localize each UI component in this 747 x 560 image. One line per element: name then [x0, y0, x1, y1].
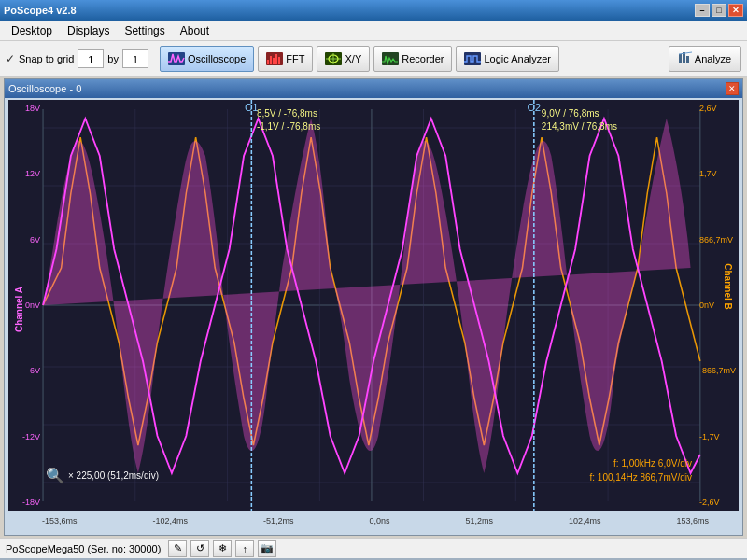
- waveform-svg: C1 C2: [8, 100, 739, 511]
- svg-rect-3: [270, 56, 272, 64]
- refresh-icon-btn[interactable]: ↺: [190, 540, 209, 557]
- x-label-7: 153,6ms: [676, 516, 709, 525]
- x-label-3: -51,2ms: [263, 516, 294, 525]
- y-left-6v: 6V: [8, 235, 40, 245]
- y-right-26v: 2,6V: [699, 104, 739, 113]
- channel-b-label: Channel B: [723, 263, 733, 309]
- oscilloscope-label: Oscilloscope: [188, 53, 246, 64]
- cursor-c2-line2: 214,3mV / 76,8ms: [542, 120, 617, 133]
- window-controls: – □ ✕: [695, 4, 743, 17]
- freq-line1: f: 1,00kHz 6,0V/div: [589, 456, 692, 470]
- status-bar: PoScopeMega50 (Ser. no: 30000) ✎ ↺ ❄ ↑ 📷: [0, 538, 747, 558]
- close-button[interactable]: ✕: [728, 4, 743, 17]
- oscilloscope-icon: [168, 50, 185, 67]
- spinner-val2[interactable]: 1: [122, 49, 148, 68]
- y-right-n866mv: -866,7mV: [699, 366, 739, 375]
- x-label-2: -102,4ms: [153, 516, 189, 525]
- xy-icon: [325, 50, 342, 67]
- analyze-icon: [679, 51, 692, 66]
- analyze-label: Analyze: [695, 53, 731, 64]
- zoom-glass-icon[interactable]: 🔍: [46, 467, 64, 484]
- plot-area[interactable]: C1 C2 18V 12V 6V 0nV -6V -12V -18V 2,6V …: [8, 100, 739, 511]
- x-label-5: 51,2ms: [465, 516, 493, 525]
- y-left-n12v: -12V: [8, 432, 40, 441]
- x-label-6: 102,4ms: [569, 516, 601, 525]
- edit-icon-btn[interactable]: ✎: [168, 540, 187, 557]
- snap-checkmark[interactable]: ✓: [6, 52, 15, 65]
- svg-rect-0: [168, 52, 185, 65]
- svg-text:C2: C2: [528, 102, 541, 113]
- channel-a-label: Channel A: [14, 287, 24, 332]
- snap-label: Snap to grid: [19, 53, 74, 64]
- cursor-c2-line1: 9,0V / 76,8ms: [542, 107, 617, 120]
- svg-rect-4: [273, 58, 275, 64]
- cursor-c1-info: 8,5V / -76,8ms -1,1V / -76,8ms: [257, 107, 320, 133]
- xy-button[interactable]: X/Y: [317, 46, 370, 72]
- menu-desktop[interactable]: Desktop: [4, 22, 60, 39]
- svg-rect-5: [275, 54, 277, 64]
- x-label-4: 0,0ns: [369, 516, 389, 525]
- freq-line2: f: 100,14Hz 866,7mV/div: [589, 470, 692, 484]
- oscilloscope-button[interactable]: Oscilloscope: [160, 46, 254, 72]
- recorder-button[interactable]: Recorder: [374, 46, 452, 72]
- minimize-button[interactable]: –: [695, 4, 710, 17]
- menu-about[interactable]: About: [173, 22, 217, 39]
- y-left-12v: 12V: [8, 169, 40, 178]
- device-status-label: PoScopeMega50 (Ser. no: 30000): [6, 543, 161, 554]
- app-title: PoScope4 v2.8: [4, 5, 77, 16]
- y-right-n17v: -1,7V: [699, 432, 739, 441]
- osc-close-button[interactable]: ✕: [726, 82, 739, 95]
- svg-rect-13: [679, 54, 682, 63]
- y-left-18v: 18V: [8, 104, 40, 113]
- fft-icon: [266, 50, 283, 67]
- toolbar: ✓ Snap to grid 1 by 1 Oscilloscope: [0, 41, 747, 77]
- freq-info: f: 1,00kHz 6,0V/div f: 100,14Hz 866,7mV/…: [589, 456, 692, 484]
- trigger-icon-btn[interactable]: ↑: [235, 540, 254, 557]
- zoom-text: × 225,00 (51,2ms/div): [68, 470, 159, 481]
- x-label-1: -153,6ms: [42, 516, 78, 525]
- by-label: by: [107, 53, 119, 64]
- maximize-button[interactable]: □: [712, 4, 726, 17]
- fft-label: FFT: [286, 53, 304, 64]
- cursor-c2-info: 9,0V / 76,8ms 214,3mV / 76,8ms: [542, 107, 617, 133]
- svg-rect-6: [278, 57, 280, 64]
- oscilloscope-window: Oscilloscope - 0 ✕: [4, 78, 743, 536]
- y-right-n26v: -2,6V: [699, 497, 739, 507]
- fft-button[interactable]: FFT: [258, 46, 313, 72]
- y-left-n6v: -6V: [8, 366, 40, 375]
- cursor-c1-line1: 8,5V / -76,8ms: [257, 107, 320, 120]
- spinner-group: 1 by 1: [78, 49, 148, 68]
- analyze-button[interactable]: Analyze: [669, 46, 741, 72]
- cursor-c1-line2: -1,1V / -76,8ms: [257, 120, 320, 133]
- xy-label: X/Y: [345, 53, 361, 64]
- y-left-n18v: -18V: [8, 497, 40, 507]
- menu-bar: Desktop Displays Settings About: [0, 21, 747, 41]
- osc-window-title: Oscilloscope - 0: [8, 83, 81, 94]
- freeze-icon-btn[interactable]: ❄: [213, 540, 232, 557]
- x-axis: -153,6ms -102,4ms -51,2ms 0,0ns 51,2ms 1…: [5, 512, 742, 529]
- svg-rect-2: [267, 60, 269, 64]
- status-icons: ✎ ↺ ❄ ↑ 📷: [168, 540, 276, 557]
- osc-titlebar: Oscilloscope - 0 ✕: [5, 79, 742, 98]
- title-bar: PoScope4 v2.8 – □ ✕: [0, 0, 747, 21]
- recorder-label: Recorder: [402, 53, 444, 64]
- menu-displays[interactable]: Displays: [60, 22, 117, 39]
- y-right-866mv: 866,7mV: [699, 235, 739, 245]
- menu-settings[interactable]: Settings: [117, 22, 172, 39]
- snap-controls: ✓ Snap to grid 1 by 1: [6, 49, 148, 68]
- y-right-17v: 1,7V: [699, 169, 739, 178]
- screenshot-icon-btn[interactable]: 📷: [258, 540, 276, 557]
- zoom-info: 🔍 × 225,00 (51,2ms/div): [46, 467, 159, 484]
- logic-analyzer-icon: [464, 50, 481, 67]
- spinner-val1[interactable]: 1: [78, 49, 104, 68]
- svg-rect-15: [686, 56, 689, 63]
- logic-analyzer-button[interactable]: Logic Analyzer: [456, 46, 559, 72]
- recorder-icon: [382, 50, 399, 67]
- logic-analyzer-label: Logic Analyzer: [484, 53, 551, 64]
